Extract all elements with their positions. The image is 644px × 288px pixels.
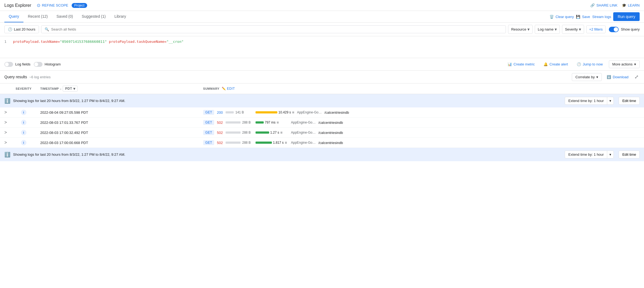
latency-menu-icon[interactable]: ≡ bbox=[280, 130, 282, 135]
row-expand-3[interactable]: > bbox=[0, 138, 11, 148]
extend-arrow-top-icon[interactable]: ▾ bbox=[607, 97, 613, 104]
timestamp-text: 2022-08-03 17:01:33.767 PDT bbox=[40, 121, 88, 125]
row-summary-0: GET 200 141 B 10.429 s ≡ AppEngine-Go… /… bbox=[199, 107, 644, 118]
query-editor[interactable]: 1 protoPayload.taskName="056971415376866… bbox=[0, 36, 644, 58]
severity-badge: i bbox=[21, 120, 26, 125]
extend-time-bottom-label[interactable]: Extend time by: 1 hour bbox=[565, 151, 607, 158]
row-severity-3: i bbox=[11, 138, 36, 148]
info-banner-top: ℹ️ Showing logs for last 20 hours from 8… bbox=[0, 94, 644, 107]
project-badge[interactable]: Project bbox=[72, 3, 87, 8]
method-badge: GET bbox=[203, 140, 214, 145]
tab-saved[interactable]: Saved (0) bbox=[52, 11, 77, 22]
latency-bar bbox=[256, 121, 264, 124]
table-row[interactable]: > i 2022-08-03 17:00:00.668 PDT GET 502 … bbox=[0, 138, 644, 148]
learn-icon: 🎓 bbox=[622, 3, 626, 7]
tab-library[interactable]: Library bbox=[110, 11, 130, 22]
create-metric-icon: 📊 bbox=[508, 62, 512, 66]
create-metric-label: Create metric bbox=[514, 62, 535, 66]
row-timestamp-1: 2022-08-03 17:01:33.767 PDT bbox=[36, 118, 199, 128]
tabs-bar: Query Recent (12) Saved (0) Suggested (1… bbox=[0, 11, 644, 23]
severity-badge: i bbox=[21, 110, 26, 115]
latency-container: 10.429 s ≡ bbox=[256, 110, 294, 115]
log-fields-toggle-switch[interactable] bbox=[4, 62, 13, 67]
refine-scope-button[interactable]: ⊙ REFINE SCOPE bbox=[37, 3, 68, 8]
run-query-button[interactable]: Run query bbox=[613, 12, 640, 21]
clear-query-button[interactable]: 🗑️ Clear query bbox=[549, 15, 574, 19]
table-row[interactable]: > i 2022-08-03 17:01:33.767 PDT GET 502 … bbox=[0, 118, 644, 128]
histogram-toggle-switch[interactable] bbox=[34, 62, 42, 67]
latency-menu-icon[interactable]: ≡ bbox=[292, 110, 294, 115]
show-query-label: Show query bbox=[621, 27, 640, 31]
log-name-filter-label: Log name bbox=[538, 27, 554, 31]
extend-time-bottom-button[interactable]: Extend time by: 1 hour ▾ bbox=[565, 151, 614, 158]
edit-columns-button[interactable]: ✏️ EDIT bbox=[222, 87, 235, 91]
edit-time-top-button[interactable]: Edit time bbox=[619, 97, 640, 105]
share-link-button[interactable]: 🔗 SHARE LINK bbox=[590, 3, 617, 7]
sort-desc-icon[interactable]: ↓ bbox=[60, 87, 62, 90]
path-text: /calcentriesindb bbox=[318, 131, 343, 135]
show-query-toggle: Show query bbox=[609, 27, 640, 32]
search-input[interactable] bbox=[51, 27, 503, 31]
search-icon: 🔍 bbox=[45, 27, 49, 31]
jump-to-now-button[interactable]: 🕐 Jump to now bbox=[574, 61, 606, 68]
more-actions-chevron-icon: ▾ bbox=[634, 62, 636, 66]
more-actions-button[interactable]: More actions ▾ bbox=[609, 60, 640, 68]
resource-text: AppEngine-Go… bbox=[291, 121, 316, 124]
pdt-chevron-icon: ▾ bbox=[73, 86, 75, 91]
more-actions-label: More actions bbox=[612, 62, 633, 66]
status-code: 200 bbox=[217, 110, 223, 115]
severity-filter-chip[interactable]: Severity ▾ bbox=[562, 25, 584, 34]
histogram-label: Histogram bbox=[45, 62, 61, 66]
extend-arrow-bottom-icon[interactable]: ▾ bbox=[607, 151, 613, 158]
create-metric-button[interactable]: 📊 Create metric bbox=[505, 61, 537, 68]
resource-filter-chip[interactable]: Resource ▾ bbox=[508, 25, 533, 34]
latency-container: 1.817 s ≡ bbox=[256, 140, 288, 145]
results-actions: Correlate by ▾ ⬇️ Download ⤢ bbox=[572, 73, 640, 81]
pdt-badge[interactable]: PDT ▾ bbox=[63, 86, 78, 92]
expand-results-button[interactable]: ⤢ bbox=[633, 73, 640, 81]
log-name-filter-chip[interactable]: Log name ▾ bbox=[535, 25, 560, 34]
stream-logs-button[interactable]: Stream logs bbox=[592, 15, 611, 19]
resource-text: AppEngine-Go… bbox=[291, 141, 316, 145]
correlate-by-button[interactable]: Correlate by ▾ bbox=[572, 73, 602, 81]
tab-query[interactable]: Query bbox=[4, 11, 23, 22]
search-box[interactable]: 🔍 bbox=[41, 25, 506, 33]
learn-label: LEARN bbox=[628, 3, 640, 7]
row-summary-3: GET 502 288 B 1.817 s ≡ AppEngine-Go… /c… bbox=[199, 138, 644, 148]
edit-time-bottom-button[interactable]: Edit time bbox=[619, 151, 640, 158]
size-text: 288 B bbox=[242, 141, 251, 145]
row-timestamp-3: 2022-08-03 17:00:00.668 PDT bbox=[36, 138, 199, 148]
log-fields-toggle[interactable]: Log fields bbox=[4, 62, 31, 67]
latency-container: 797 ms ≡ bbox=[256, 120, 288, 125]
expand-chevron-icon: > bbox=[4, 140, 7, 145]
tab-recent[interactable]: Recent (12) bbox=[23, 11, 52, 22]
download-button[interactable]: ⬇️ Download bbox=[604, 73, 631, 81]
toolbar-right: 📊 Create metric 🔔 Create alert 🕐 Jump to… bbox=[505, 60, 640, 68]
extend-time-top-button[interactable]: Extend time by: 1 hour ▾ bbox=[565, 97, 614, 105]
latency-menu-icon[interactable]: ≡ bbox=[285, 140, 287, 145]
info-banner-bottom: ℹ️ Showing logs for last 20 hours from 8… bbox=[0, 148, 644, 161]
row-timestamp-0: 2022-08-04 09:27:05.598 PDT bbox=[36, 107, 199, 118]
tab-suggested[interactable]: Suggested (1) bbox=[77, 11, 110, 22]
create-alert-button[interactable]: 🔔 Create alert bbox=[541, 61, 571, 68]
latency-bar bbox=[256, 131, 269, 134]
save-button[interactable]: 💾 Save bbox=[576, 15, 590, 19]
table-row[interactable]: > i 2022-08-03 17:00:32.492 PDT GET 502 … bbox=[0, 128, 644, 138]
row-expand-1[interactable]: > bbox=[0, 118, 11, 128]
path-text: /calcentriesindb bbox=[324, 110, 349, 115]
table-row[interactable]: > i 2022-08-04 09:27:05.598 PDT GET 200 … bbox=[0, 107, 644, 118]
extend-time-top-label[interactable]: Extend time by: 1 hour bbox=[565, 97, 607, 104]
row-severity-0: i bbox=[11, 107, 36, 118]
show-query-toggle-input[interactable] bbox=[609, 27, 619, 32]
row-expand-2[interactable]: > bbox=[0, 128, 11, 138]
time-filter-button[interactable]: 🕐 Last 20 hours bbox=[4, 25, 39, 33]
col-timestamp-header: TIMESTAMP ↓ PDT ▾ bbox=[36, 83, 199, 94]
query-text: protoPayload.taskName="05697141537686660… bbox=[13, 40, 184, 44]
histogram-toggle[interactable]: Histogram bbox=[34, 62, 61, 67]
resource-chevron-icon: ▾ bbox=[527, 27, 530, 32]
learn-button[interactable]: 🎓 LEARN bbox=[622, 3, 640, 7]
row-expand-0[interactable]: > bbox=[0, 107, 11, 118]
latency-menu-icon[interactable]: ≡ bbox=[277, 120, 279, 125]
plus-filters-button[interactable]: +2 filters bbox=[586, 25, 606, 33]
results-header: Query results ~6 log entries Correlate b… bbox=[0, 71, 644, 83]
